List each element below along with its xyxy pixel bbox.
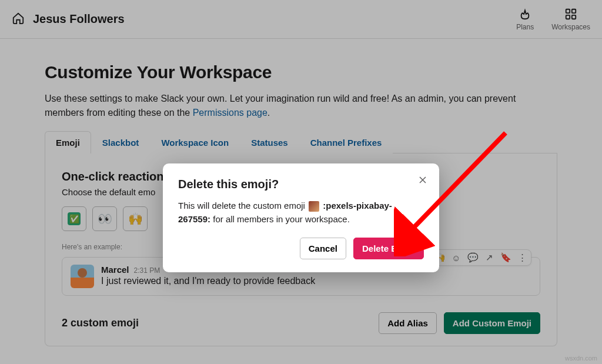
- modal-title: Delete this emoji?: [178, 178, 424, 191]
- delete-emoji-button[interactable]: Delete Emoji: [353, 238, 424, 259]
- delete-emoji-modal: Delete this emoji? This will delete the …: [163, 163, 439, 272]
- emoji-preview-icon: [309, 201, 319, 212]
- modal-footer: Cancel Delete Emoji: [178, 238, 424, 259]
- modal-text-a: This will delete the custom emoji: [178, 201, 307, 211]
- close-icon[interactable]: [418, 175, 427, 187]
- modal-text-b: for all members in your workspace.: [210, 214, 350, 224]
- cancel-button[interactable]: Cancel: [300, 238, 346, 259]
- watermark: wsxdn.com: [565, 355, 597, 362]
- modal-overlay[interactable]: Delete this emoji? This will delete the …: [0, 0, 602, 364]
- modal-body: This will delete the custom emoji :pexel…: [178, 199, 424, 226]
